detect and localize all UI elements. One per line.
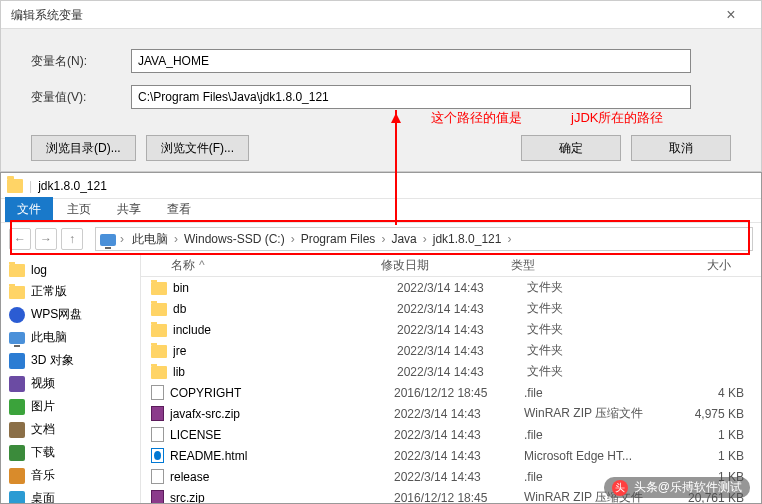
doc-icon [9, 422, 25, 438]
chevron-right-icon: › [289, 232, 297, 246]
chevron-right-icon: › [421, 232, 429, 246]
sidebar-item[interactable]: 图片 [1, 395, 140, 418]
breadcrumb[interactable]: › 此电脑›Windows-SSD (C:)›Program Files›Jav… [95, 227, 753, 251]
col-name[interactable]: 名称^ [141, 257, 381, 274]
file-size: 4 KB [674, 386, 754, 400]
pic-icon [9, 399, 25, 415]
file-row[interactable]: README.html2022/3/14 14:43Microsoft Edge… [141, 445, 761, 466]
sidebar-item-label: 文档 [31, 421, 55, 438]
sidebar-item[interactable]: WPS网盘 [1, 303, 140, 326]
file-name: README.html [170, 449, 394, 463]
nav-back-icon[interactable]: ← [9, 228, 31, 250]
browse-file-button[interactable]: 浏览文件(F)... [146, 135, 249, 161]
file-type: 文件夹 [527, 279, 677, 296]
cancel-button[interactable]: 取消 [631, 135, 731, 161]
sidebar-item[interactable]: 3D 对象 [1, 349, 140, 372]
col-type[interactable]: 类型 [511, 257, 661, 274]
file-date: 2022/3/14 14:43 [397, 344, 527, 358]
zip-icon [151, 406, 164, 421]
file-row[interactable]: javafx-src.zip2022/3/14 14:43WinRAR ZIP … [141, 403, 761, 424]
file-icon [151, 385, 164, 400]
file-row[interactable]: bin2022/3/14 14:43文件夹 [141, 277, 761, 298]
browse-dir-button[interactable]: 浏览目录(D)... [31, 135, 136, 161]
folder-icon [7, 179, 23, 193]
var-name-input[interactable] [131, 49, 691, 73]
tab-home[interactable]: 主页 [55, 197, 103, 222]
explorer-title: jdk1.8.0_121 [38, 179, 107, 193]
file-type: 文件夹 [527, 321, 677, 338]
file-date: 2022/3/14 14:43 [397, 365, 527, 379]
pc-icon [9, 332, 25, 344]
file-size: 1 KB [674, 428, 754, 442]
file-icon [151, 427, 164, 442]
wps-icon [9, 307, 25, 323]
annotation-arrow [395, 110, 397, 225]
sidebar-item-label: 图片 [31, 398, 55, 415]
nav-fwd-icon[interactable]: → [35, 228, 57, 250]
file-name: jre [173, 344, 397, 358]
col-date[interactable]: 修改日期 [381, 257, 511, 274]
file-type: 文件夹 [527, 300, 677, 317]
file-row[interactable]: include2022/3/14 14:43文件夹 [141, 319, 761, 340]
tab-view[interactable]: 查看 [155, 197, 203, 222]
crumb-item[interactable]: 此电脑 [128, 232, 172, 246]
sidebar-item-label: 正常版 [31, 283, 67, 300]
file-name: lib [173, 365, 397, 379]
file-row[interactable]: LICENSE2022/3/14 14:43.file1 KB [141, 424, 761, 445]
zip-icon [151, 490, 164, 503]
close-icon[interactable]: × [711, 1, 751, 29]
file-name: LICENSE [170, 428, 394, 442]
nav-up-icon[interactable]: ↑ [61, 228, 83, 250]
var-value-input[interactable] [131, 85, 691, 109]
desk-icon [9, 491, 25, 504]
sidebar-item-label: WPS网盘 [31, 306, 82, 323]
sidebar-item-label: 音乐 [31, 467, 55, 484]
crumb-item[interactable]: Java [387, 232, 420, 246]
html-icon [151, 448, 164, 463]
file-row[interactable]: COPYRIGHT2016/12/12 18:45.file4 KB [141, 382, 761, 403]
file-name: bin [173, 281, 397, 295]
file-type: 文件夹 [527, 363, 677, 380]
sidebar-item[interactable]: 正常版 [1, 280, 140, 303]
col-size[interactable]: 大小 [661, 257, 741, 274]
sidebar-item-label: log [31, 263, 47, 277]
file-row[interactable]: jre2022/3/14 14:43文件夹 [141, 340, 761, 361]
sidebar-item[interactable]: 此电脑 [1, 326, 140, 349]
file-type: .file [524, 428, 674, 442]
file-row[interactable]: db2022/3/14 14:43文件夹 [141, 298, 761, 319]
sidebar-item[interactable]: 下载 [1, 441, 140, 464]
crumb-item[interactable]: Windows-SSD (C:) [180, 232, 289, 246]
sidebar-item[interactable]: 音乐 [1, 464, 140, 487]
folder-icon [9, 286, 25, 299]
var-value-label: 变量值(V): [31, 89, 131, 106]
ok-button[interactable]: 确定 [521, 135, 621, 161]
chevron-right-icon: › [172, 232, 180, 246]
file-type: WinRAR ZIP 压缩文件 [524, 405, 674, 422]
file-row[interactable]: lib2022/3/14 14:43文件夹 [141, 361, 761, 382]
env-var-dialog: 编辑系统变量 × 变量名(N): 变量值(V): 这个路径的值是 jJDK所在的… [0, 0, 762, 172]
folder-icon [151, 366, 167, 379]
crumb-item[interactable]: jdk1.8.0_121 [429, 232, 506, 246]
dl-icon [9, 445, 25, 461]
dialog-titlebar: 编辑系统变量 × [1, 1, 761, 29]
file-date: 2022/3/14 14:43 [394, 470, 524, 484]
sidebar-item-label: 桌面 [31, 490, 55, 503]
tab-share[interactable]: 共享 [105, 197, 153, 222]
sidebar-item-label: 此电脑 [31, 329, 67, 346]
pc-icon [100, 234, 116, 246]
file-date: 2022/3/14 14:43 [394, 407, 524, 421]
sidebar-item[interactable]: 桌面 [1, 487, 140, 503]
folder-icon [151, 324, 167, 337]
explorer-sep: | [29, 179, 32, 193]
sidebar-item[interactable]: 视频 [1, 372, 140, 395]
sidebar-item-label: 下载 [31, 444, 55, 461]
file-date: 2022/3/14 14:43 [397, 323, 527, 337]
sidebar-item[interactable]: log [1, 259, 140, 280]
sidebar-item[interactable]: 文档 [1, 418, 140, 441]
file-name: release [170, 470, 394, 484]
tab-file[interactable]: 文件 [5, 197, 53, 222]
sidebar-item-label: 视频 [31, 375, 55, 392]
crumb-item[interactable]: Program Files [297, 232, 380, 246]
file-date: 2016/12/12 18:45 [394, 491, 524, 504]
file-name: COPYRIGHT [170, 386, 394, 400]
